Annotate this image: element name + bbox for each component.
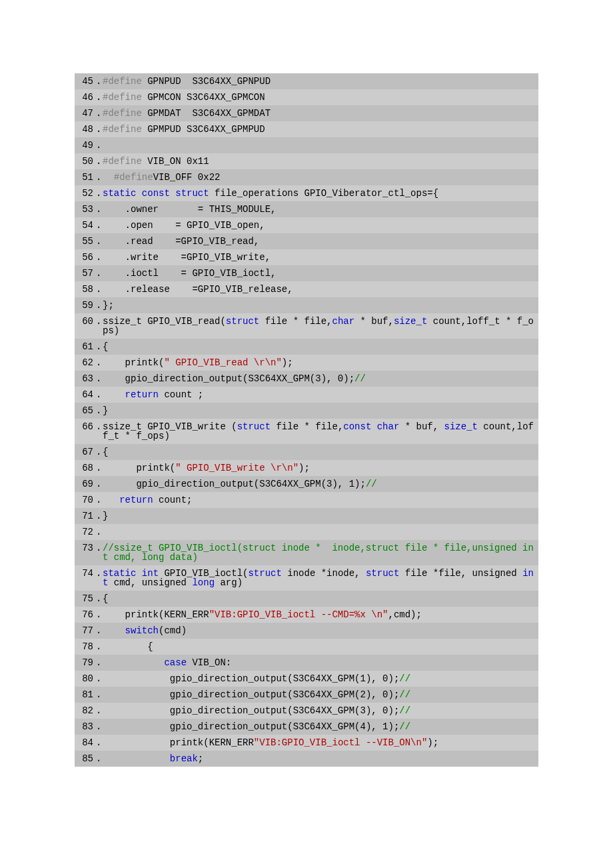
code-token: GPMCON S3C64XX_GPMCON <box>142 92 277 103</box>
line-number: 50 <box>77 157 96 166</box>
code-token: GPMDAT S3C64XX_GPMDAT <box>142 108 282 119</box>
code-content: break; <box>103 754 536 763</box>
code-token: " GPIO_VIB_read \r\n" <box>164 357 281 368</box>
line-number: 49 <box>77 141 96 150</box>
code-token: } <box>103 405 119 416</box>
code-line: 82. gpio_direction_output(S3C64XX_GPM(3)… <box>75 703 538 719</box>
line-number: 64 <box>77 390 96 399</box>
code-line: 84. printk(KERN_ERR"VIB:GPIO_VIB_ioctl -… <box>75 735 538 751</box>
code-line: 50.#define VIB_ON 0x11 <box>75 153 538 169</box>
code-content: .ioctl = GPIO_VIB_ioctl, <box>103 269 536 278</box>
code-token: // <box>399 721 416 732</box>
code-content: gpio_direction_output(S3C64XX_GPM(3), 0)… <box>103 706 536 715</box>
line-separator: . <box>96 626 103 635</box>
line-separator: . <box>96 205 103 214</box>
line-separator: . <box>96 109 103 118</box>
code-line: 74.static int GPIO_VIB_ioctl(struct inod… <box>75 565 538 591</box>
code-content: #define GPMDAT S3C64XX_GPMDAT <box>103 109 536 118</box>
line-number: 76 <box>77 610 96 619</box>
code-token: ); <box>299 463 321 473</box>
code-line: 45.#define GPNPUD S3C64XX_GPNPUD <box>75 73 538 89</box>
code-content: return count ; <box>103 390 536 399</box>
line-separator: . <box>96 422 103 431</box>
code-line: 75.{ <box>75 591 538 607</box>
line-number: 85 <box>77 754 96 763</box>
code-token <box>103 389 125 400</box>
code-content: #define GPMCON S3C64XX_GPMCON <box>103 93 536 102</box>
code-content <box>103 141 536 150</box>
code-token: // <box>399 673 416 684</box>
code-token: { <box>103 593 119 604</box>
line-number: 51 <box>77 173 96 182</box>
line-separator: . <box>96 141 103 150</box>
line-number: 57 <box>77 269 96 278</box>
code-line: 83. gpio_direction_output(S3C64XX_GPM(4)… <box>75 719 538 735</box>
code-line: 63. gpio_direction_output(S3C64XX_GPM(3)… <box>75 371 538 387</box>
code-token <box>371 421 376 432</box>
code-content: { <box>103 447 536 457</box>
line-separator: . <box>96 706 103 715</box>
line-number: 63 <box>77 374 96 383</box>
line-separator: . <box>96 610 103 619</box>
code-content: printk(" GPIO_VIB_write \r\n"); <box>103 463 536 473</box>
code-content: #defineVIB_OFF 0x22 <box>103 173 536 182</box>
code-token: .write =GPIO_VIB_write, <box>103 252 282 263</box>
code-token: ; <box>198 753 215 764</box>
line-number: 80 <box>77 674 96 683</box>
line-separator: . <box>96 495 103 505</box>
line-number: 61 <box>77 342 96 351</box>
code-line: 80. gpio_direction_output(S3C64XX_GPM(1)… <box>75 671 538 687</box>
code-token <box>103 625 125 636</box>
code-line: 66.ssize_t GPIO_VIB_write (struct file *… <box>75 419 538 444</box>
code-token: VIB_OFF 0x22 <box>153 172 232 183</box>
code-line: 51. #defineVIB_OFF 0x22 <box>75 169 538 185</box>
code-line: 49. <box>75 137 538 153</box>
code-content: switch(cmd) <box>103 626 536 635</box>
code-line: 73.//ssize_t GPIO_VIB_ioctl(struct inode… <box>75 540 538 565</box>
code-token: printk(KERN_ERR <box>103 609 209 620</box>
code-line: 77. switch(cmd) <box>75 623 538 639</box>
line-number: 65 <box>77 406 96 415</box>
code-token: count ; <box>159 389 215 400</box>
code-token: gpio_direction_output(S3C64XX_GPM(3), 1)… <box>103 479 366 489</box>
code-line: 68. printk(" GPIO_VIB_write \r\n"); <box>75 460 538 476</box>
code-token <box>103 527 114 537</box>
code-token: case <box>164 657 187 668</box>
line-number: 78 <box>77 642 96 651</box>
code-content: .release =GPIO_VIB_release, <box>103 285 536 294</box>
code-token: gpio_direction_output(S3C64XX_GPM(3), 0)… <box>103 373 354 384</box>
code-content: static const struct file_operations GPIO… <box>103 189 536 198</box>
code-token: file * file, <box>271 421 343 432</box>
code-token: "VIB:GPIO_VIB_ioctl --CMD=%x \n" <box>209 609 388 620</box>
code-line: 76. printk(KERN_ERR"VIB:GPIO_VIB_ioctl -… <box>75 607 538 623</box>
line-separator: . <box>96 390 103 399</box>
code-token <box>103 657 164 668</box>
code-token: arg) <box>215 577 254 588</box>
code-token: .open = GPIO_VIB_open, <box>103 220 276 231</box>
code-line: 54. .open = GPIO_VIB_open, <box>75 217 538 233</box>
line-number: 47 <box>77 109 96 118</box>
code-line: 70. return count; <box>75 492 538 508</box>
line-number: 52 <box>77 189 96 198</box>
line-separator: . <box>96 269 103 278</box>
line-number: 58 <box>77 285 96 294</box>
code-line: 85. break; <box>75 751 538 767</box>
code-content: printk(KERN_ERR"VIB:GPIO_VIB_ioctl --VIB… <box>103 738 536 747</box>
code-line: 59.}; <box>75 297 538 313</box>
code-token: #define <box>103 108 142 119</box>
line-number: 69 <box>77 479 96 489</box>
line-separator: . <box>96 690 103 699</box>
line-separator: . <box>96 642 103 651</box>
code-token: #define <box>103 124 142 135</box>
line-separator: . <box>96 479 103 489</box>
code-content: #define GPNPUD S3C64XX_GPNPUD <box>103 77 536 86</box>
code-token: " GPIO_VIB_write \r\n" <box>175 463 299 473</box>
code-token: * buf, <box>399 421 444 432</box>
code-token: #define <box>103 92 142 103</box>
code-token: // <box>399 705 416 716</box>
code-token: // <box>399 689 416 700</box>
line-number: 55 <box>77 237 96 246</box>
code-token: inode *inode, <box>282 568 366 579</box>
line-separator: . <box>96 221 103 230</box>
line-separator: . <box>96 358 103 367</box>
